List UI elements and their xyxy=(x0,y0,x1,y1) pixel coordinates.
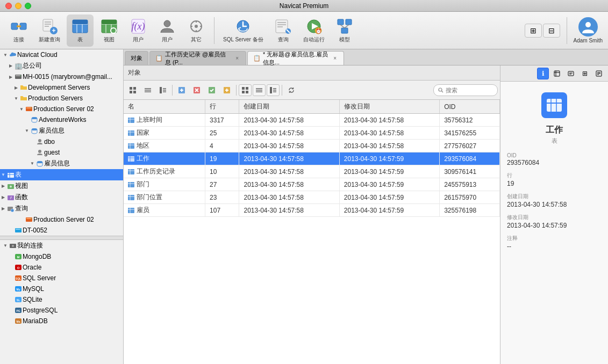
function-button[interactable]: f(x) 用户 xyxy=(125,14,152,47)
row-view-button[interactable]: ⊟ xyxy=(543,24,560,38)
new-query-button[interactable]: + 新建查询 xyxy=(34,14,65,47)
col-created[interactable]: 创建日期 xyxy=(239,100,339,114)
dt-0052-label: DT-0052 xyxy=(23,227,47,234)
minimize-button[interactable] xyxy=(15,3,22,9)
view-group-grid[interactable] xyxy=(239,84,252,96)
sidebar-item-mysql[interactable]: ▶ My MySQL xyxy=(0,283,123,294)
cell-rows: 4 xyxy=(205,140,239,152)
other-label: 其它 xyxy=(191,36,202,43)
svg-point-3 xyxy=(17,25,19,27)
table-row[interactable]: 雇员 107 2013-04-30 14:57:58 2013-04-30 14… xyxy=(124,204,500,217)
new-table-btn[interactable] xyxy=(175,84,189,97)
info-tab-note[interactable] xyxy=(593,68,605,79)
col-oid[interactable]: OID xyxy=(440,100,500,114)
info-tab-ddl[interactable] xyxy=(565,68,577,79)
tab-untitled-close[interactable]: × xyxy=(332,55,338,62)
sidebar-item-oracle[interactable]: ▶ O Oracle xyxy=(0,262,123,273)
auto-run-button[interactable]: ⏰ 自动运行 xyxy=(299,14,329,47)
dt-icon xyxy=(14,226,23,235)
hanshu-label: 函数 xyxy=(15,193,28,202)
table-row[interactable]: 地区 4 2013-04-30 14:57:58 2013-04-30 14:5… xyxy=(124,140,500,152)
tab-work-history[interactable]: 📋 工作历史记录 @雇员信息 (P... × xyxy=(149,51,246,65)
delete-table-btn[interactable] xyxy=(190,84,204,97)
sidebar-item-adventureworks[interactable]: ▶ AdventureWorks xyxy=(0,114,123,125)
sidebar-item-guest[interactable]: ▶ guest xyxy=(0,147,123,158)
cell-name: 工作历史记录 xyxy=(124,165,205,178)
function-label: 用户 xyxy=(133,36,144,43)
grid-view-btn[interactable] xyxy=(126,84,140,97)
sidebar-item-query[interactable]: ▶ 查询 xyxy=(0,203,123,214)
table-row[interactable]: 上班时间 3317 2013-04-30 14:57:58 2013-04-30… xyxy=(124,114,500,127)
sidebar-item-navicat-cloud[interactable]: ▼ Navicat Cloud xyxy=(0,49,123,60)
view-group-detail[interactable] xyxy=(267,84,280,96)
sidebar-item-yuangong-xinxi[interactable]: ▼ 雇员信息 xyxy=(0,125,123,136)
sidebar-item-zong-gongsi[interactable]: ▶ 🏢 总公司 xyxy=(0,60,123,71)
close-button[interactable] xyxy=(5,3,12,9)
content-body: 对象 xyxy=(124,65,608,364)
sqlserver-backup-button[interactable]: SQL Server 备份 xyxy=(219,14,268,47)
table-row[interactable]: 部门 27 2013-04-30 14:57:58 2013-04-30 14:… xyxy=(124,178,500,191)
sidebar-item-dbo[interactable]: ▶ dbo xyxy=(0,136,123,147)
sidebar-item-production-servers[interactable]: ▼ Production Servers xyxy=(0,93,123,104)
sidebar-item-mariadb[interactable]: ▶ Ma MariaDB xyxy=(0,316,123,326)
sidebar-item-yuangong-xinxi-2[interactable]: ▼ 雇员信息 xyxy=(0,158,123,169)
tab-work-history-close[interactable]: × xyxy=(234,55,240,62)
sidebar-item-production-server-02b[interactable]: ▶ Production Server 02 xyxy=(0,214,123,225)
sidebar-item-sqlserver[interactable]: ▶ SQL SQL Server xyxy=(0,273,123,283)
model-button[interactable]: 模型 xyxy=(331,14,358,47)
view-group-list[interactable] xyxy=(253,84,266,96)
user-profile[interactable]: Adam Smith xyxy=(574,17,603,43)
col-rows[interactable]: 行 xyxy=(205,100,239,114)
table-row[interactable]: 国家 25 2013-04-30 14:57:58 2013-04-30 14:… xyxy=(124,127,500,140)
sidebar-item-mh-0015[interactable]: ▶ MH-0015 (marybrown@gmail... xyxy=(0,71,123,82)
cell-rows: 27 xyxy=(205,178,239,191)
sidebar-item-view[interactable]: ▶ 视图 xyxy=(0,180,123,192)
table-row[interactable]: 部门位置 23 2013-04-30 14:57:58 2013-04-30 1… xyxy=(124,191,500,204)
table-row[interactable]: 工作 19 2013-04-30 14:57:58 2013-04-30 14:… xyxy=(124,152,500,165)
sidebar-item-production-server-02[interactable]: ▼ Production Server 02 xyxy=(0,104,123,114)
table-row[interactable]: 工作历史记录 10 2013-04-30 14:57:58 2013-04-30… xyxy=(124,165,500,178)
tab-objects[interactable]: 对象 xyxy=(125,51,148,65)
view-button[interactable]: 视图 xyxy=(96,14,123,47)
sidebar-item-my-connections[interactable]: ▼ 我的连接 xyxy=(0,240,123,251)
connect-button[interactable]: 连接 xyxy=(5,14,32,47)
list-view-btn[interactable] xyxy=(141,84,155,97)
sqlserver-conn-icon: SQL xyxy=(14,274,23,282)
query-icon xyxy=(275,18,292,35)
other-button[interactable]: 其它 xyxy=(183,14,210,47)
user-button[interactable]: 用户 xyxy=(154,14,181,47)
sidebar-item-mongodb[interactable]: ▶ M MongoDB xyxy=(0,251,123,262)
column-view-button[interactable]: ⊞ xyxy=(525,24,542,38)
cell-name: 国家 xyxy=(124,127,205,140)
sqlserver-backup-icon xyxy=(234,18,252,35)
sidebar-item-development-servers[interactable]: ▶ Development Servers xyxy=(0,82,123,93)
info-tab-info[interactable]: ℹ xyxy=(537,68,549,79)
sidebar-item-table[interactable]: ▼ 表 xyxy=(0,169,123,180)
sidebar-item-function[interactable]: ▶ f 函数 xyxy=(0,192,123,203)
svg-rect-43 xyxy=(338,19,344,25)
adventureworks-label: AdventureWorks xyxy=(39,116,86,123)
sidebar-item-sqlite[interactable]: ▶ SL SQLite xyxy=(0,294,123,305)
query-button[interactable]: 查询 xyxy=(270,14,297,47)
open-table-btn[interactable] xyxy=(205,84,219,97)
maximize-button[interactable] xyxy=(25,3,31,9)
tab-untitled[interactable]: 📋 * 无标题@雇员信息.雇员信息... × xyxy=(247,51,344,65)
production-server-02-label: Production Server 02 xyxy=(33,105,94,113)
tab-work-history-icon: 📋 xyxy=(155,55,163,62)
sidebar-item-dt-0052[interactable]: ▶ DT-0052 xyxy=(0,225,123,236)
yuangong-xinxi-label: 雇员信息 xyxy=(39,126,65,135)
search-input[interactable] xyxy=(446,87,491,93)
design-table-btn[interactable] xyxy=(220,84,234,97)
col-name[interactable]: 名 xyxy=(124,100,205,114)
detail-view-btn[interactable] xyxy=(156,84,170,97)
cell-created: 2013-04-30 14:57:58 xyxy=(239,127,339,140)
sidebar-item-postgresql[interactable]: ▶ PG PostgreSQL xyxy=(0,305,123,316)
table-button[interactable]: 表 xyxy=(67,14,94,47)
cell-created: 2013-04-30 14:57:58 xyxy=(239,152,339,165)
info-tab-fields[interactable] xyxy=(551,68,563,79)
info-tab-preview[interactable]: ⊞ xyxy=(579,68,591,79)
col-modified[interactable]: 修改日期 xyxy=(339,100,439,114)
search-icon xyxy=(438,88,444,93)
info-field: OID 293576084 xyxy=(507,152,602,166)
refresh-btn[interactable] xyxy=(284,84,298,97)
